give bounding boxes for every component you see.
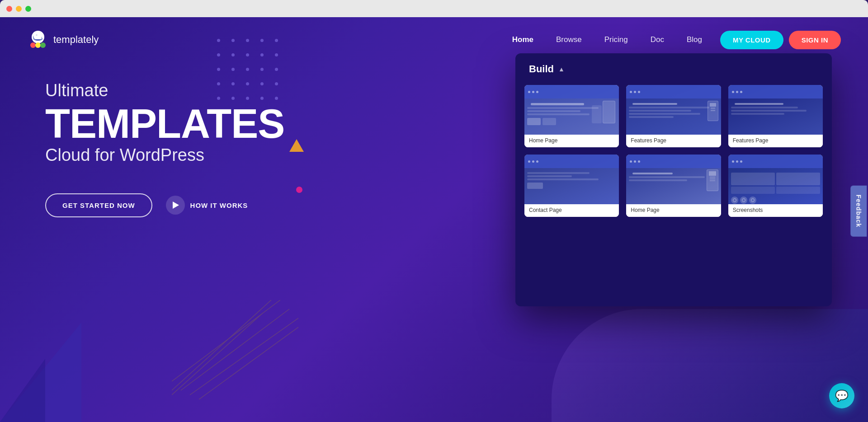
templates-grid: Home Page: [515, 85, 832, 226]
bg-triangle-left2: [0, 359, 45, 422]
hero-buttons: GET STARTED NOW HOW IT WORKS: [45, 193, 339, 217]
hero-subtitle: Ultimate: [45, 80, 339, 101]
dashboard-preview: Build ▲: [515, 53, 832, 306]
logo-icon: [27, 29, 49, 51]
svg-line-4: [172, 300, 271, 390]
logo-text: templately: [53, 34, 99, 46]
template-card-4-name: Contact Page: [524, 204, 619, 217]
play-icon: [166, 196, 185, 215]
chat-icon: 💬: [835, 389, 849, 402]
template-card-4[interactable]: Contact Page: [524, 155, 619, 217]
svg-line-3: [172, 314, 262, 395]
hero-description: Cloud for WordPress: [45, 144, 339, 166]
maximize-button[interactable]: [25, 6, 31, 12]
svg-point-7: [30, 42, 36, 48]
minimize-button[interactable]: [16, 6, 22, 12]
svg-point-8: [35, 42, 41, 48]
how-it-works-button[interactable]: HOW IT WORKS: [166, 196, 248, 215]
template-card-2-name: Features Page: [626, 135, 721, 147]
chat-bubble[interactable]: 💬: [829, 383, 854, 408]
bg-lines-svg: [172, 300, 298, 399]
main-wrapper: templately Home Browse Pricing Doc Blog …: [0, 17, 868, 422]
template-card-1-name: Home Page: [524, 135, 619, 147]
nav-link-home[interactable]: Home: [512, 35, 533, 44]
template-card-3-name: Features Page: [728, 135, 823, 147]
svg-point-14: [38, 34, 42, 38]
template-card-5[interactable]: Home Page: [626, 155, 721, 217]
bg-curve-bottom-right: [552, 309, 868, 422]
nav-link-pricing[interactable]: Pricing: [604, 35, 628, 44]
template-card-6[interactable]: Screenshots: [728, 155, 823, 217]
svg-line-1: [181, 309, 289, 390]
hero-title: TEMPLATES: [45, 103, 339, 144]
navbar: templately Home Browse Pricing Doc Blog …: [0, 17, 868, 62]
svg-point-13: [33, 35, 37, 38]
get-started-button[interactable]: GET STARTED NOW: [45, 193, 152, 217]
logo-area[interactable]: templately: [27, 29, 99, 51]
svg-line-0: [172, 300, 280, 381]
template-card-2[interactable]: Features Page: [626, 85, 721, 147]
svg-line-5: [199, 327, 298, 399]
close-button[interactable]: [6, 6, 12, 12]
hero-section: Ultimate TEMPLATES Cloud for WordPress G…: [45, 80, 339, 217]
my-cloud-button[interactable]: MY CLOUD: [720, 31, 783, 49]
feedback-tab[interactable]: Feedback: [851, 186, 867, 237]
svg-line-2: [190, 318, 298, 395]
template-card-1[interactable]: Home Page: [524, 85, 619, 147]
nav-link-blog[interactable]: Blog: [687, 35, 702, 44]
play-triangle: [173, 202, 179, 209]
template-card-3[interactable]: Features Page: [728, 85, 823, 147]
nav-link-doc[interactable]: Doc: [651, 35, 664, 44]
dashboard-title: Build: [529, 63, 554, 75]
template-card-5-name: Home Page: [626, 204, 721, 217]
svg-point-9: [40, 42, 46, 48]
nav-link-browse[interactable]: Browse: [556, 35, 582, 44]
nav-links: Home Browse Pricing Doc Blog: [512, 35, 702, 44]
window-chrome: [0, 0, 868, 17]
sort-icon: ▲: [558, 66, 565, 73]
sign-in-button[interactable]: SIGN IN: [789, 31, 841, 49]
template-card-6-name: Screenshots: [728, 204, 823, 217]
bg-triangle-left: [0, 323, 81, 422]
